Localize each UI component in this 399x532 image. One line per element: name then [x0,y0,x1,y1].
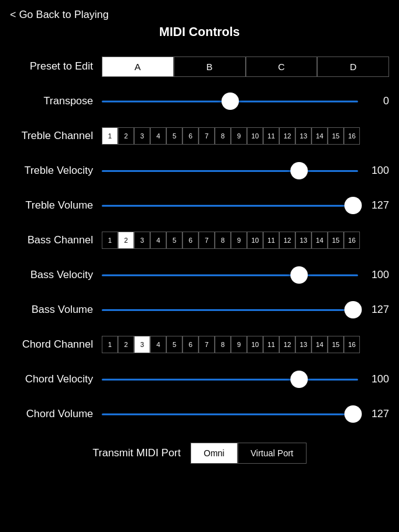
channel-btn-13[interactable]: 13 [295,127,312,145]
channel-btn-8[interactable]: 8 [215,232,231,249]
channel-btn-12[interactable]: 12 [279,336,295,353]
treble-velocity-label: Treble Velocity [10,165,102,177]
channel-btn-16[interactable]: 16 [344,232,360,249]
channel-btn-6[interactable]: 6 [182,127,199,145]
back-button[interactable]: < Go Back to Playing [10,9,109,21]
bass-velocity-thumb[interactable] [290,266,308,284]
preset-selector: ABCD [102,56,389,77]
bass-volume-track[interactable] [102,309,358,311]
bass-volume-row: Bass Volume 127 [0,292,399,327]
treble-channel-selector: 12345678910111213141516 [102,127,389,145]
chord-volume-thumb[interactable] [344,405,362,423]
channel-btn-8[interactable]: 8 [215,336,231,353]
channel-btn-1[interactable]: 1 [102,232,118,249]
preset-btn-a[interactable]: A [102,56,174,77]
channel-btn-9[interactable]: 9 [231,336,247,353]
chord-velocity-label: Chord Velocity [10,373,102,385]
transmit-row: Transmit MIDI Port OmniVirtual Port [0,431,399,475]
channel-btn-5[interactable]: 5 [166,232,182,249]
transpose-row: Transpose 0 [0,84,399,119]
channel-btn-15[interactable]: 15 [328,232,344,249]
transpose-thumb[interactable] [222,92,239,110]
chord-volume-label: Chord Volume [10,408,102,420]
channel-btn-4[interactable]: 4 [150,336,166,353]
bass-volume-label: Bass Volume [10,304,102,316]
chord-volume-slider-container [102,413,358,415]
channel-btn-10[interactable]: 10 [247,336,263,353]
channel-btn-7[interactable]: 7 [199,232,215,249]
treble-volume-row: Treble Volume 127 [0,188,399,223]
channel-btn-10[interactable]: 10 [247,127,263,145]
chord-velocity-value: 100 [364,373,389,385]
chord-velocity-thumb[interactable] [290,371,308,388]
bass-volume-slider-container [102,309,358,311]
channel-btn-6[interactable]: 6 [182,336,199,353]
transpose-label: Transpose [10,95,102,107]
channel-btn-7[interactable]: 7 [199,127,215,145]
preset-row: Preset to Edit ABCD [0,49,399,84]
channel-btn-1[interactable]: 1 [102,127,118,145]
channel-btn-3[interactable]: 3 [134,127,150,145]
treble-velocity-thumb[interactable] [290,162,308,179]
channel-btn-2[interactable]: 2 [118,127,134,145]
channel-btn-14[interactable]: 14 [312,127,328,145]
channel-btn-12[interactable]: 12 [279,232,295,249]
preset-btn-b[interactable]: B [174,56,246,77]
bass-channel-selector: 12345678910111213141516 [102,232,389,249]
treble-volume-label: Treble Volume [10,199,102,212]
top-nav: < Go Back to Playing [0,0,399,25]
channel-btn-11[interactable]: 11 [263,127,279,145]
bass-volume-thumb[interactable] [344,301,362,318]
channel-btn-4[interactable]: 4 [150,232,166,249]
chord-velocity-slider-container [102,379,358,381]
channel-btn-9[interactable]: 9 [231,127,247,145]
channel-btn-15[interactable]: 15 [328,127,344,145]
transpose-track[interactable] [102,101,358,102]
channel-btn-13[interactable]: 13 [295,232,312,249]
channel-btn-3[interactable]: 3 [134,232,150,249]
channel-btn-9[interactable]: 9 [231,232,247,249]
channel-btn-3[interactable]: 3 [134,336,150,353]
channel-btn-2[interactable]: 2 [118,336,134,353]
transmit-label: Transmit MIDI Port [92,447,181,459]
port-btn-virtual-port[interactable]: Virtual Port [238,443,307,464]
bass-velocity-label: Bass Velocity [10,269,102,281]
channel-btn-11[interactable]: 11 [263,232,279,249]
channel-btn-10[interactable]: 10 [247,232,263,249]
chord-volume-row: Chord Volume 127 [0,397,399,431]
treble-velocity-row: Treble Velocity 100 [0,153,399,188]
preset-btn-c[interactable]: C [246,56,318,77]
channel-btn-13[interactable]: 13 [295,336,312,353]
channel-btn-1[interactable]: 1 [102,336,118,353]
treble-volume-value: 127 [364,199,389,212]
chord-channel-row: Chord Channel 12345678910111213141516 [0,327,399,362]
port-btn-omni[interactable]: Omni [191,443,237,464]
preset-btn-d[interactable]: D [317,56,389,77]
bass-velocity-track[interactable] [102,274,358,276]
channel-btn-8[interactable]: 8 [215,127,231,145]
channel-btn-16[interactable]: 16 [344,336,360,353]
channel-btn-5[interactable]: 5 [166,336,182,353]
channel-btn-14[interactable]: 14 [312,336,328,353]
preset-label: Preset to Edit [10,60,102,73]
treble-channel-label: Treble Channel [10,130,102,142]
treble-velocity-track[interactable] [102,170,358,172]
channel-btn-12[interactable]: 12 [279,127,295,145]
channel-btn-14[interactable]: 14 [312,232,328,249]
treble-volume-track[interactable] [102,205,358,207]
channel-btn-15[interactable]: 15 [328,336,344,353]
treble-velocity-value: 100 [364,165,389,177]
channel-btn-7[interactable]: 7 [199,336,215,353]
treble-volume-thumb[interactable] [344,197,362,214]
channel-btn-16[interactable]: 16 [344,127,360,145]
chord-velocity-track[interactable] [102,379,358,381]
channel-btn-4[interactable]: 4 [150,127,166,145]
channel-btn-5[interactable]: 5 [166,127,182,145]
chord-volume-track[interactable] [102,413,358,415]
bass-channel-label: Bass Channel [10,234,102,246]
channel-btn-2[interactable]: 2 [118,232,134,249]
bass-volume-value: 127 [364,304,389,316]
channel-btn-11[interactable]: 11 [263,336,279,353]
channel-btn-6[interactable]: 6 [182,232,199,249]
port-selector: OmniVirtual Port [191,443,306,464]
